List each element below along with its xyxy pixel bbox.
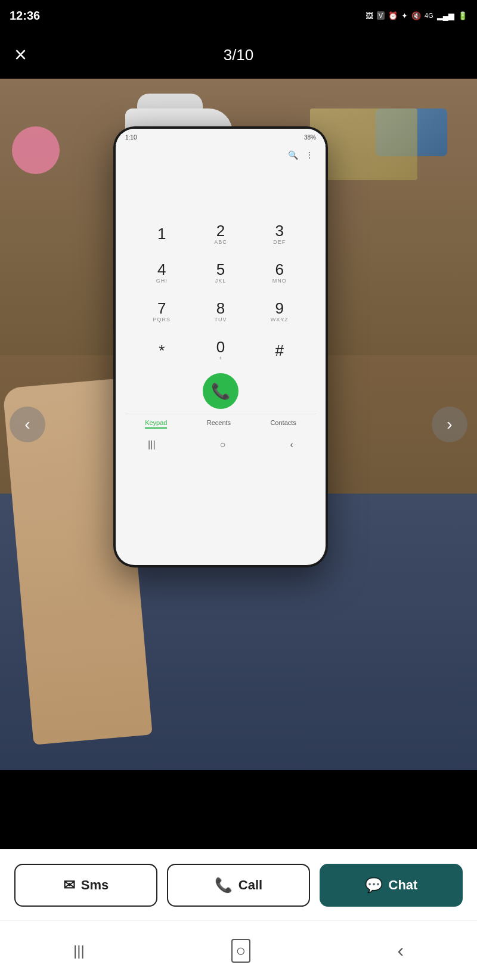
key-hash[interactable]: #	[252, 333, 306, 367]
phone-battery: 38%	[304, 134, 316, 141]
key-0[interactable]: 0 +	[194, 333, 248, 367]
signal-icon: ▂▄▆	[437, 11, 454, 20]
bluetooth-icon: ✦	[401, 11, 408, 20]
chat-label: Chat	[389, 877, 418, 893]
key-3[interactable]: 3 DEF	[252, 217, 306, 251]
call-phone-icon: 📞	[211, 382, 230, 401]
phone-screen: 1:10 38% 🔍 ⋮ 1	[116, 129, 326, 565]
network-4g: 4G	[425, 12, 433, 19]
key-4[interactable]: 4 GHI	[135, 256, 189, 290]
call-action-button[interactable]: 📞 Call	[167, 864, 310, 907]
key-star[interactable]: *	[135, 333, 189, 367]
prev-button[interactable]: ‹	[10, 407, 45, 442]
page-counter: 3/10	[224, 46, 254, 64]
keypad-grid: 1 2 ABC 3 DEF 4 GHI	[135, 217, 306, 367]
sms-label: Sms	[81, 877, 109, 893]
tab-keypad[interactable]: Keypad	[145, 419, 167, 429]
mute-icon: 🔇	[411, 11, 421, 20]
phone-search-icon[interactable]: 🔍	[288, 150, 298, 160]
sms-button[interactable]: ✉ Sms	[14, 864, 157, 907]
next-arrow-icon: ›	[447, 415, 452, 434]
battery-icon: 🔋	[458, 11, 467, 20]
close-button[interactable]: ×	[14, 44, 27, 66]
phone-dialer: 🔍 ⋮ 1 2 ABC 3	[116, 145, 326, 436]
key-7[interactable]: 7 PQRS	[135, 294, 189, 328]
chat-button[interactable]: 💬 Chat	[320, 864, 463, 907]
call-button[interactable]: 📞	[203, 373, 238, 409]
phone-time: 1:10	[125, 134, 137, 141]
phone-nav-lines: |||	[148, 439, 155, 450]
gallery-icon: 🖼	[366, 11, 373, 20]
status-time: 12:36	[10, 9, 40, 23]
next-button[interactable]: ›	[432, 407, 467, 442]
key-2[interactable]: 2 ABC	[194, 217, 248, 251]
phone-mockup: 1:10 38% 🔍 ⋮ 1	[113, 126, 328, 567]
sys-nav-back-icon: ‹	[397, 939, 404, 962]
key-9[interactable]: 9 WXYZ	[252, 294, 306, 328]
phone-nav-back: ‹	[290, 439, 293, 450]
call-label: Call	[238, 877, 262, 893]
v-app-icon: V	[377, 11, 385, 20]
top-bar: × 3/10	[0, 31, 477, 79]
system-nav-bar: ||| ○ ‹	[0, 920, 477, 980]
key-1[interactable]: 1	[135, 217, 189, 251]
key-5[interactable]: 5 JKL	[194, 256, 248, 290]
phone-top-icons: 🔍 ⋮	[125, 150, 316, 160]
key-6[interactable]: 6 MNO	[252, 256, 306, 290]
number-display	[125, 165, 316, 212]
photo-area: 1:10 38% 🔍 ⋮ 1	[0, 79, 477, 770]
action-bar: ✉ Sms 📞 Call 💬 Chat	[0, 849, 477, 920]
sys-nav-lines-icon: |||	[73, 942, 85, 959]
status-bar: 12:36 🖼 V ⏰ ✦ 🔇 4G ▂▄▆ 🔋	[0, 0, 477, 31]
chat-icon: 💬	[365, 877, 383, 894]
pink-toy	[12, 126, 60, 174]
envelope-icon: ✉	[63, 877, 75, 894]
phone-status-bar: 1:10 38%	[116, 129, 326, 145]
phone-nav-bar: ||| ○ ‹	[116, 436, 326, 454]
sys-nav-home-icon: ○	[231, 939, 251, 963]
phone-more-icon[interactable]: ⋮	[305, 150, 314, 160]
prev-arrow-icon: ‹	[24, 415, 30, 434]
phone-nav-home: ○	[220, 439, 226, 450]
alarm-icon: ⏰	[388, 11, 398, 20]
tab-contacts[interactable]: Contacts	[270, 419, 296, 429]
phone-bottom-tabs: Keypad Recents Contacts	[125, 414, 316, 431]
phone-icon: 📞	[215, 877, 233, 894]
call-button-wrap: 📞	[125, 373, 316, 409]
key-8[interactable]: 8 TUV	[194, 294, 248, 328]
tab-recents[interactable]: Recents	[207, 419, 231, 429]
status-icons: 🖼 V ⏰ ✦ 🔇 4G ▂▄▆ 🔋	[366, 11, 467, 20]
